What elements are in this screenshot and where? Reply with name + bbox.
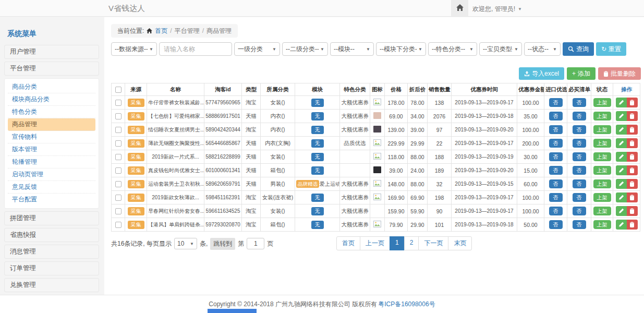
icp-link[interactable]: 粤ICP备16098006号: [378, 300, 435, 309]
sidebar-section-lower-4[interactable]: 兑换管理: [4, 278, 99, 292]
edit-button[interactable]: [616, 165, 627, 175]
import-toggle-button[interactable]: 否: [549, 152, 563, 161]
batch-delete-button[interactable]: 批量删除: [598, 67, 641, 80]
edit-button[interactable]: [616, 98, 627, 107]
delete-button[interactable]: [627, 111, 638, 121]
sidebar-section-lower-1[interactable]: 省惠快报: [4, 228, 99, 242]
edit-button[interactable]: [616, 125, 627, 135]
must-buy-toggle-button[interactable]: 否: [573, 112, 586, 121]
sidebar-item-0[interactable]: 商品分类: [8, 81, 95, 93]
edit-button[interactable]: [616, 206, 627, 216]
edit-button[interactable]: [616, 152, 627, 162]
edit-button[interactable]: [616, 138, 627, 148]
edit-button[interactable]: [616, 111, 627, 121]
delete-button[interactable]: [627, 220, 638, 230]
delete-button[interactable]: [627, 98, 638, 107]
must-buy-toggle-button[interactable]: 否: [573, 179, 586, 188]
status-button[interactable]: 上架: [593, 125, 611, 134]
row-checkbox[interactable]: [115, 140, 121, 147]
sidebar-section-lower-2[interactable]: 消息管理: [4, 245, 99, 259]
breadcrumb-home-link[interactable]: 首页: [155, 27, 167, 35]
page-button-0[interactable]: 首页: [336, 236, 360, 250]
status-button[interactable]: 上架: [593, 98, 611, 107]
page-button-2[interactable]: 1: [390, 236, 405, 250]
import-toggle-button[interactable]: 否: [549, 166, 563, 175]
edit-button[interactable]: [616, 192, 627, 202]
row-checkbox[interactable]: [115, 181, 121, 187]
sidebar-section-lower-0[interactable]: 拼团管理: [4, 211, 99, 225]
row-checkbox[interactable]: [115, 208, 121, 214]
sidebar-item-5[interactable]: 版本管理: [8, 143, 95, 156]
page-button-5[interactable]: 末页: [448, 236, 472, 250]
sidebar-item-7[interactable]: 启动页管理: [8, 168, 95, 181]
import-toggle-button[interactable]: 否: [549, 179, 563, 188]
import-toggle-button[interactable]: 否: [549, 220, 563, 229]
status-button[interactable]: 上架: [593, 152, 611, 161]
must-buy-toggle-button[interactable]: 否: [573, 139, 586, 148]
page-number-input[interactable]: [247, 238, 264, 249]
delete-button[interactable]: [627, 206, 638, 216]
import-excel-button[interactable]: 导入excel: [519, 67, 564, 80]
status-button[interactable]: 上架: [593, 179, 611, 188]
import-toggle-button[interactable]: 否: [549, 125, 563, 134]
sidebar-section-lower-3[interactable]: 订单管理: [4, 261, 99, 275]
reset-button[interactable]: ↻ 重置: [596, 42, 626, 56]
sidebar-item-1[interactable]: 模块商品分类: [8, 93, 95, 106]
status-button[interactable]: 上架: [593, 207, 611, 215]
import-toggle-button[interactable]: 否: [549, 112, 563, 121]
page-button-4[interactable]: 下一页: [418, 236, 448, 250]
sidebar-item-9[interactable]: 平台配置: [8, 194, 95, 206]
sidebar-item-6[interactable]: 轮播管理: [8, 156, 95, 168]
sidebar-item-4[interactable]: 宣传物料: [8, 131, 95, 143]
import-toggle-button[interactable]: 否: [549, 193, 563, 202]
filter-select-2[interactable]: 一级分类▼: [234, 42, 280, 56]
page-button-3[interactable]: 2: [404, 236, 419, 250]
row-checkbox[interactable]: [115, 195, 121, 201]
must-buy-toggle-button[interactable]: 否: [573, 220, 586, 229]
sidebar-item-8[interactable]: 意见反馈: [8, 181, 95, 194]
delete-button[interactable]: [627, 165, 638, 175]
must-buy-toggle-button[interactable]: 否: [573, 193, 586, 202]
filter-select-0[interactable]: --数据来源--▼: [111, 42, 157, 56]
row-checkbox[interactable]: [115, 167, 121, 174]
must-buy-toggle-button[interactable]: 否: [573, 152, 586, 161]
edit-button[interactable]: [616, 220, 627, 230]
must-buy-toggle-button[interactable]: 否: [573, 166, 586, 175]
search-button[interactable]: 查询: [563, 42, 594, 56]
row-checkbox[interactable]: [115, 222, 121, 228]
sidebar-section-platform[interactable]: 平台管理: [4, 62, 99, 76]
status-button[interactable]: 上架: [593, 139, 611, 148]
status-button[interactable]: 上架: [593, 166, 611, 175]
must-buy-toggle-button[interactable]: 否: [573, 98, 586, 107]
name-search-input[interactable]: [159, 42, 232, 56]
sidebar-item-3[interactable]: 商品管理: [8, 118, 95, 131]
status-button[interactable]: 上架: [593, 193, 611, 202]
must-buy-toggle-button[interactable]: 否: [573, 207, 586, 215]
row-checkbox[interactable]: [115, 113, 121, 119]
user-menu[interactable]: 欢迎您, 管理员! ▼: [472, 5, 522, 14]
import-toggle-button[interactable]: 否: [549, 98, 563, 107]
filter-select-7[interactable]: --宝贝类型--▼: [479, 42, 522, 56]
sidebar-item-2[interactable]: 特色分类: [8, 106, 95, 118]
header-home-button[interactable]: [451, 0, 468, 16]
row-checkbox[interactable]: [115, 127, 121, 133]
status-button[interactable]: 上架: [593, 220, 611, 229]
delete-button[interactable]: [627, 138, 638, 148]
delete-button[interactable]: [627, 179, 638, 189]
filter-select-4[interactable]: --模块--▼: [330, 42, 374, 56]
row-checkbox[interactable]: [115, 100, 121, 106]
edit-button[interactable]: [616, 179, 627, 189]
filter-select-6[interactable]: --特色分类--▼: [428, 42, 477, 56]
must-buy-toggle-button[interactable]: 否: [573, 125, 586, 134]
delete-button[interactable]: [627, 152, 638, 162]
filter-select-3[interactable]: --二级分类--▼: [282, 42, 328, 56]
page-button-1[interactable]: 上一页: [360, 236, 390, 250]
import-toggle-button[interactable]: 否: [549, 139, 563, 148]
sidebar-section-users[interactable]: 用户管理: [4, 45, 99, 59]
select-all-checkbox[interactable]: [115, 87, 121, 93]
import-toggle-button[interactable]: 否: [549, 207, 563, 215]
filter-select-5[interactable]: --模块下分类--▼: [376, 42, 426, 56]
row-checkbox[interactable]: [115, 154, 121, 160]
filter-select-8[interactable]: --状态--▼: [524, 42, 561, 56]
add-button[interactable]: + 添加: [567, 67, 596, 80]
